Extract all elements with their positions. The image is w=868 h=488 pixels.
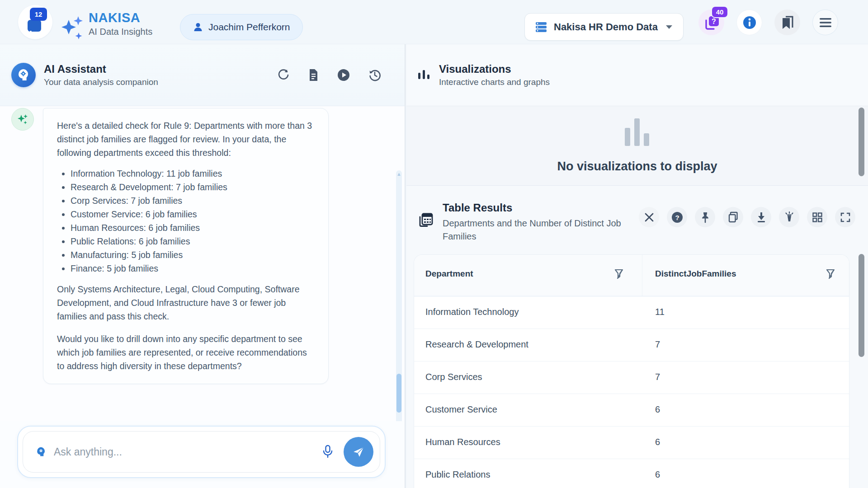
filter-icon[interactable]	[824, 267, 838, 282]
help-info-button[interactable]: ?	[667, 207, 687, 227]
green-sparkles-icon	[16, 113, 29, 126]
results-table: Department DistinctJobFamilies Informati…	[414, 255, 849, 488]
document-button[interactable]	[308, 69, 319, 81]
visualizations-scrollbar-thumb[interactable]	[859, 108, 864, 176]
database-list-icon	[535, 21, 547, 33]
bullet-item: Manufacturing: 5 job families	[71, 248, 315, 262]
table-results-subtitle: Departments and the Number of Distinct J…	[443, 217, 632, 243]
brand: NAKISA AI Data Insights	[89, 10, 152, 37]
bullet-item: Public Relations: 6 job families	[71, 235, 315, 248]
person-icon	[193, 22, 203, 33]
department-bullet-list: Information Technology: 11 job families …	[57, 167, 315, 275]
top-bar: 12 NAKISA AI Data Insights Joachim Peffe…	[0, 0, 868, 44]
table-results-section: Table Results Departments and the Number…	[406, 186, 868, 488]
message-followup: Would you like to drill down into any sp…	[57, 332, 315, 373]
help-button[interactable]: ? 40	[698, 9, 724, 35]
table-results-header: Table Results Departments and the Number…	[406, 186, 868, 255]
dataset-label: Nakisa HR Demo Data	[554, 21, 659, 33]
table-toolbar: ?	[639, 207, 855, 227]
brand-subtitle: AI Data Insights	[89, 27, 152, 37]
table-row: Human Resources 6	[414, 427, 849, 459]
menu-button[interactable]	[812, 9, 838, 35]
insight-flashlight-button[interactable]	[779, 207, 799, 227]
app-logo[interactable]: 12	[18, 5, 52, 39]
visualizations-subtitle: Interactive charts and graphs	[439, 77, 550, 87]
assistant-head-icon	[36, 446, 47, 457]
assistant-sparkle-avatar	[11, 108, 34, 131]
table-row: Corp Services 7	[414, 361, 849, 394]
scroll-up-arrow[interactable]: ▲	[396, 171, 402, 177]
user-name: Joachim Pefferkorn	[208, 22, 290, 33]
table-results-title: Table Results	[443, 202, 632, 214]
grid-view-button[interactable]	[807, 207, 827, 227]
app-root: 12 NAKISA AI Data Insights Joachim Peffe…	[0, 0, 868, 488]
cell-value: 6	[655, 469, 660, 480]
fullscreen-button[interactable]	[835, 207, 855, 227]
ask-input[interactable]	[54, 446, 312, 458]
hamburger-icon	[819, 18, 832, 28]
cell-value: 6	[655, 404, 660, 415]
table-row: Public Relations 6	[414, 459, 849, 488]
cell-department: Information Technology	[425, 307, 519, 317]
table-row: Customer Service 6	[414, 394, 849, 427]
cell-department: Human Resources	[425, 437, 500, 447]
table-icon	[417, 211, 434, 230]
filter-icon[interactable]	[612, 267, 627, 282]
cell-department: Research & Development	[425, 339, 528, 350]
bullet-item: Corp Services: 7 job families	[71, 194, 315, 207]
table-scrollbar-thumb[interactable]	[859, 254, 864, 357]
input-ring	[17, 426, 386, 478]
message-intro: Here's a detailed check for Rule 9: Depa…	[57, 119, 315, 160]
empty-chart-icon	[624, 118, 651, 147]
copy-button[interactable]	[723, 207, 743, 227]
send-button[interactable]	[344, 437, 373, 467]
microphone-button[interactable]	[319, 442, 336, 462]
input-pill	[23, 431, 380, 473]
bullet-item: Research & Development: 7 job families	[71, 180, 315, 194]
chat-scrollbar-thumb[interactable]	[396, 374, 401, 413]
info-icon	[742, 15, 757, 30]
close-button[interactable]	[639, 207, 659, 227]
cell-department: Corp Services	[425, 372, 482, 382]
dataset-selector[interactable]: Nakisa HR Demo Data	[524, 13, 684, 41]
head-gear-icon	[17, 68, 30, 82]
download-button[interactable]	[751, 207, 771, 227]
bookmark-icon	[781, 15, 794, 30]
cell-value: 7	[655, 372, 660, 382]
history-button[interactable]	[368, 69, 381, 81]
table-header-row: Department DistinctJobFamilies	[414, 255, 849, 296]
bookmarks-button[interactable]	[774, 9, 800, 35]
assistant-header: AI Assistant Your data analysis companio…	[0, 44, 405, 106]
visualizations-title: Visualizations	[439, 63, 550, 75]
paper-plane-icon	[352, 445, 365, 459]
bullet-item: Finance: 5 job families	[71, 262, 315, 275]
visualizations-header: Visualizations Interactive charts and gr…	[406, 44, 868, 106]
play-button[interactable]	[337, 69, 350, 81]
message-bubble: Here's a detailed check for Rule 9: Depa…	[43, 108, 329, 384]
column-divider	[642, 255, 642, 296]
assistant-avatar	[11, 63, 36, 87]
column-header-department: Department	[425, 269, 473, 279]
cell-department: Public Relations	[425, 469, 490, 480]
empty-state-text: No visualizations to display	[557, 160, 717, 174]
assistant-title: AI Assistant	[44, 63, 158, 75]
sparkles-icon	[57, 13, 87, 44]
info-button[interactable]	[736, 9, 762, 35]
pin-button[interactable]	[695, 207, 715, 227]
assistant-subtitle: Your data analysis companion	[44, 77, 158, 87]
user-button[interactable]: Joachim Pefferkorn	[180, 14, 303, 40]
cell-value: 7	[655, 339, 660, 350]
column-header-distinctjobfamilies: DistinctJobFamilies	[655, 269, 736, 279]
svg-text:?: ?	[675, 213, 679, 221]
refresh-button[interactable]	[278, 69, 289, 81]
brand-name: NAKISA	[89, 10, 152, 25]
logo-notification-badge: 12	[30, 8, 47, 21]
table-row: Information Technology 11	[414, 296, 849, 329]
chat-transcript: Here's a detailed check for Rule 9: Depa…	[0, 106, 405, 421]
help-count-badge: 40	[711, 6, 728, 18]
chevron-down-icon	[665, 24, 673, 30]
chat-input-area	[0, 421, 405, 488]
ai-assistant-panel: AI Assistant Your data analysis companio…	[0, 44, 406, 488]
assistant-message: Here's a detailed check for Rule 9: Depa…	[0, 106, 405, 384]
chat-scrollbar[interactable]: ▲ ▼	[396, 170, 402, 421]
